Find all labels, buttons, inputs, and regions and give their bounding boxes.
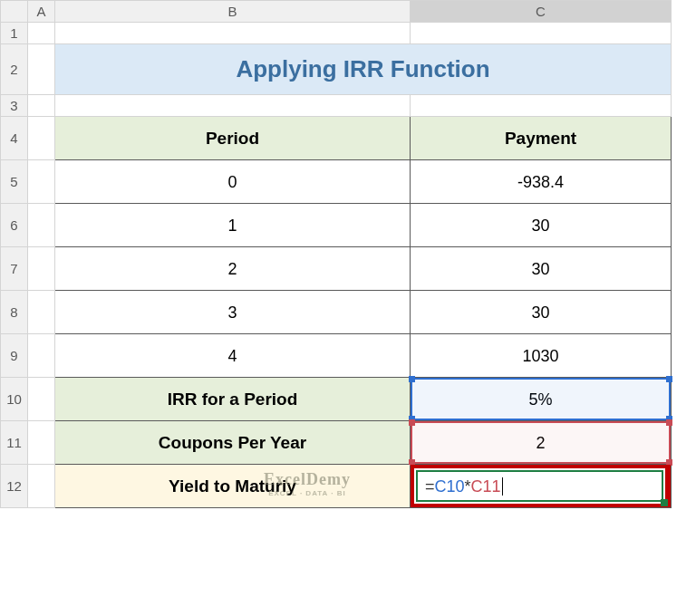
row-header-5[interactable]: 5	[1, 160, 28, 204]
cell-payment-3[interactable]: 30	[411, 291, 672, 334]
row-header-2[interactable]: 2	[1, 44, 28, 95]
value-irr-text: 5%	[528, 390, 552, 409]
cell-a2[interactable]	[28, 44, 55, 95]
formula-ref-c11: C11	[471, 466, 501, 507]
col-header-c[interactable]: C	[411, 1, 672, 23]
cell-a12[interactable]	[28, 465, 55, 508]
title-cell[interactable]: Applying IRR Function	[55, 44, 672, 95]
cell-a4[interactable]	[28, 117, 55, 160]
text-caret	[502, 477, 503, 496]
cell-period-2[interactable]: 2	[55, 247, 411, 291]
header-period[interactable]: Period	[55, 117, 411, 160]
header-payment[interactable]: Payment	[411, 117, 672, 160]
edit-highlight-border: =C10*C11	[411, 465, 671, 507]
select-all-corner[interactable]	[1, 1, 28, 23]
cell-period-1[interactable]: 1	[55, 204, 411, 247]
value-coupons[interactable]: 2	[411, 421, 672, 465]
cell-payment-0[interactable]: -938.4	[411, 160, 672, 204]
cell-payment-2[interactable]: 30	[411, 247, 672, 291]
row-header-6[interactable]: 6	[1, 204, 28, 247]
cell-payment-4[interactable]: 1030	[411, 334, 672, 378]
row-header-10[interactable]: 10	[1, 378, 28, 421]
row-header-4[interactable]: 4	[1, 117, 28, 160]
label-coupons[interactable]: Coupons Per Year	[55, 421, 411, 465]
cell-a10[interactable]	[28, 378, 55, 421]
cell-payment-1[interactable]: 30	[411, 204, 672, 247]
cell-a11[interactable]	[28, 421, 55, 465]
formula-equals: =	[425, 466, 435, 507]
formula-cell-c12[interactable]: =C10*C11	[411, 465, 672, 508]
label-ytm-text: Yield to Maturiy	[169, 476, 296, 496]
row-header-8[interactable]: 8	[1, 291, 28, 334]
cell-a6[interactable]	[28, 204, 55, 247]
cell-a1[interactable]	[28, 23, 55, 44]
row-header-9[interactable]: 9	[1, 334, 28, 378]
cell-a8[interactable]	[28, 291, 55, 334]
formula-ref-c10: C10	[435, 466, 465, 507]
fill-handle[interactable]	[661, 499, 668, 506]
formula-editor[interactable]: =C10*C11	[416, 470, 663, 502]
cell-c1[interactable]	[411, 23, 672, 44]
row-header-12[interactable]: 12	[1, 465, 28, 508]
cell-c3[interactable]	[411, 95, 672, 117]
cell-b1[interactable]	[55, 23, 411, 44]
row-header-11[interactable]: 11	[1, 421, 28, 465]
cell-period-4[interactable]: 4	[55, 334, 411, 378]
label-ytm[interactable]: Yield to Maturiy ExcelDemy EXCEL · DATA …	[55, 465, 411, 508]
cell-period-3[interactable]: 3	[55, 291, 411, 334]
cell-a7[interactable]	[28, 247, 55, 291]
cell-a9[interactable]	[28, 334, 55, 378]
cell-period-0[interactable]: 0	[55, 160, 411, 204]
row-header-1[interactable]: 1	[1, 23, 28, 44]
spreadsheet-grid[interactable]: A B C 1 2 Applying IRR Function 3 4 Peri…	[0, 0, 672, 508]
col-header-b[interactable]: B	[55, 1, 411, 23]
row-header-3[interactable]: 3	[1, 95, 28, 117]
formula-operator: *	[465, 466, 471, 507]
row-header-7[interactable]: 7	[1, 247, 28, 291]
label-irr[interactable]: IRR for a Period	[55, 378, 411, 421]
col-header-a[interactable]: A	[28, 1, 55, 23]
cell-a5[interactable]	[28, 160, 55, 204]
value-irr[interactable]: 5%	[411, 378, 672, 421]
value-coupons-text: 2	[536, 434, 545, 452]
cell-a3[interactable]	[28, 95, 55, 117]
cell-b3[interactable]	[55, 95, 411, 117]
